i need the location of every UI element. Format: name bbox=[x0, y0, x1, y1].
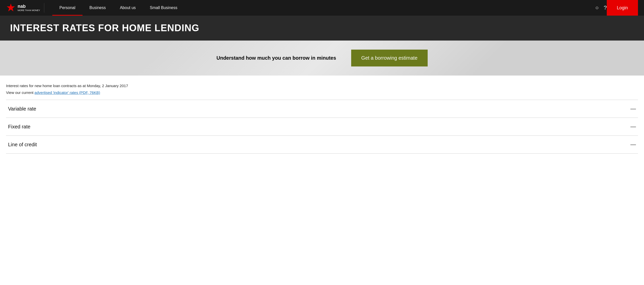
accordion-title-variable: Variable rate bbox=[8, 106, 36, 112]
info-line: Interest rates for new home loan contrac… bbox=[6, 84, 638, 88]
accordion-header-loc[interactable]: Line of credit — bbox=[6, 136, 638, 153]
brand-text: nab more than money bbox=[18, 4, 40, 12]
nav-right: ○ ? bbox=[595, 5, 607, 11]
nav-links: Personal Business About us Small Busines… bbox=[52, 0, 595, 16]
hero-section: INTEREST RATES FOR HOME LENDING bbox=[0, 16, 644, 41]
help-icon[interactable]: ? bbox=[604, 5, 607, 11]
accordion-fixed-rate: Fixed rate — bbox=[6, 118, 638, 135]
main-content: Interest rates for new home loan contrac… bbox=[0, 76, 644, 154]
accordion-collapse-icon-fixed: — bbox=[630, 123, 636, 130]
nab-logo-icon bbox=[6, 3, 16, 13]
page-title: INTEREST RATES FOR HOME LENDING bbox=[10, 23, 634, 33]
svg-marker-0 bbox=[7, 4, 15, 11]
accordion-header-variable[interactable]: Variable rate — bbox=[6, 100, 638, 118]
pdf-link-line: View our current advertised 'indicator' … bbox=[6, 90, 638, 95]
accordion-variable-rate: Variable rate — bbox=[6, 100, 638, 118]
navbar: nab more than money Personal Business Ab… bbox=[0, 0, 644, 16]
nav-item-about[interactable]: About us bbox=[113, 0, 143, 16]
borrow-banner: Understand how much you can borrow in mi… bbox=[0, 41, 644, 76]
accordion-title-loc: Line of credit bbox=[8, 142, 37, 148]
accordion: Variable rate — Fixed rate — Line of cre… bbox=[6, 100, 638, 154]
pdf-link[interactable]: advertised 'indicator' rates (PDF, 76KB) bbox=[34, 90, 100, 95]
accordion-header-fixed[interactable]: Fixed rate — bbox=[6, 118, 638, 135]
nav-item-personal[interactable]: Personal bbox=[52, 0, 82, 16]
logo-area: nab more than money bbox=[6, 3, 44, 13]
accordion-collapse-icon-variable: — bbox=[630, 105, 636, 112]
borrow-estimate-button[interactable]: Get a borrowing estimate bbox=[351, 50, 427, 66]
search-icon[interactable]: ○ bbox=[595, 5, 598, 11]
nav-item-business[interactable]: Business bbox=[83, 0, 113, 16]
accordion-collapse-icon-loc: — bbox=[630, 141, 636, 148]
accordion-line-of-credit: Line of credit — bbox=[6, 135, 638, 154]
login-button[interactable]: Login bbox=[607, 0, 638, 16]
borrow-text: Understand how much you can borrow in mi… bbox=[216, 55, 336, 61]
nav-item-smallbiz[interactable]: Small Business bbox=[143, 0, 184, 16]
accordion-title-fixed: Fixed rate bbox=[8, 124, 30, 130]
view-prefix: View our current bbox=[6, 90, 34, 95]
